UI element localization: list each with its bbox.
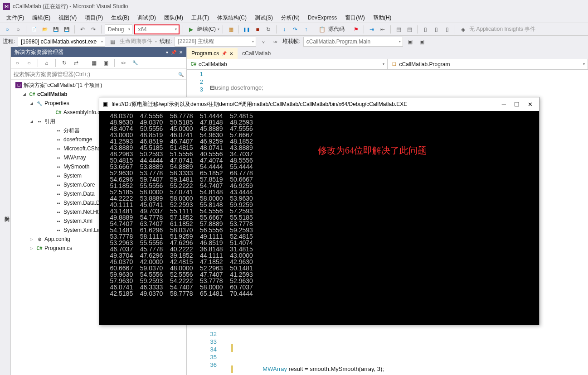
explorer-header: 解决方案资源管理器 ▾ 📌 ✕	[11, 47, 186, 57]
menu-arch[interactable]: 体系结构(C)	[214, 13, 250, 23]
menu-edit[interactable]: 编辑(E)	[29, 13, 54, 23]
close-icon[interactable]: ✕	[229, 51, 233, 56]
nav-back-icon[interactable]	[3, 25, 12, 34]
lifecycle-label[interactable]: 生命周期事件	[120, 38, 152, 45]
lifecycle-icon[interactable]: ▦	[108, 37, 117, 46]
insights-label[interactable]: 无 Application Insights 事件	[469, 25, 535, 33]
pin-icon[interactable]: 📌	[222, 51, 227, 56]
pause-icon[interactable]	[242, 25, 251, 34]
undo-icon[interactable]	[78, 25, 87, 34]
collapse-icon[interactable]: ▣	[101, 58, 110, 67]
showall-icon[interactable]: ▦	[89, 58, 98, 67]
uncomment-icon[interactable]: ▤	[405, 25, 414, 34]
menu-build[interactable]: 生成(B)	[107, 13, 133, 23]
config-combo[interactable]: Debug	[105, 24, 132, 34]
console-text: 48.0370 47.5556 56.7778 51.4444 52.4815 …	[103, 113, 535, 297]
search-input[interactable]	[14, 71, 178, 77]
source-icon[interactable]: 📋	[317, 25, 326, 34]
restart-icon[interactable]	[264, 25, 273, 34]
thread-label: 线程:	[160, 38, 172, 45]
editor-tabs: Program.cs📌✕ cCallMatlab	[187, 47, 588, 59]
search-icon[interactable]	[178, 71, 184, 77]
console-title-text: file:///D:/原电脑迁移/wpf示例以及demos/往期demo/C#调…	[112, 101, 407, 108]
open-file-icon[interactable]	[40, 25, 49, 34]
class-combo[interactable]: cCallMatlab.Program	[388, 59, 588, 69]
menu-devexpress[interactable]: DevExpress	[304, 14, 341, 22]
bookmark-prev-icon[interactable]: ▯	[442, 25, 452, 34]
redo-icon[interactable]	[89, 25, 98, 34]
menu-project[interactable]: 项目(P)	[81, 13, 107, 23]
console-titlebar[interactable]: ▣ file:///D:/原电脑迁移/wpf示例以及demos/往期demo/C…	[99, 97, 539, 111]
process-label: 进程:	[3, 38, 15, 45]
fwd-icon[interactable]	[24, 58, 34, 67]
menu-view[interactable]: 视图(V)	[55, 13, 80, 23]
menubar: 文件(F) 编辑(E) 视图(V) 项目(P) 生成(B) 调试(D) 团队(M…	[0, 13, 588, 23]
save-all-icon[interactable]	[62, 25, 71, 34]
main-toolbar: Debug x64 继续(C) ▾ ▦ ↷ ↑ 📋 源代码 ⇥ ⇤ ▤ ▤ ▯ …	[0, 23, 588, 35]
step-into-icon[interactable]	[280, 25, 289, 34]
step-over-icon[interactable]: ↷	[291, 25, 300, 34]
pin-icon[interactable]: 📌	[171, 50, 176, 55]
console-app-icon: ▣	[103, 101, 108, 107]
tab-programcs[interactable]: Program.cs📌✕	[187, 48, 238, 59]
annotation-text: 修改为64位即解决了此问题	[318, 144, 427, 157]
platform-combo[interactable]: x64	[134, 24, 180, 34]
project-combo[interactable]: C#cCallMatlab	[187, 59, 388, 69]
explorer-toolbar: ⇄ ▦ ▣	[11, 57, 186, 69]
console-window[interactable]: ▣ file:///D:/原电脑迁移/wpf示例以及demos/往期demo/C…	[99, 97, 539, 325]
menu-help[interactable]: 帮助(H)	[369, 13, 395, 23]
menu-debug[interactable]: 调试(D)	[134, 13, 160, 23]
window-title: cCallMatlab (正在运行) - Microsoft Visual St…	[13, 3, 128, 10]
menu-team[interactable]: 团队(M)	[160, 13, 187, 23]
back-icon[interactable]	[13, 58, 22, 67]
close-icon[interactable]: ✕	[528, 101, 533, 108]
menu-file[interactable]: 文件(F)	[3, 13, 28, 23]
debug-location-toolbar: 进程: [16980] cCallMatlab.vshost.exe ▦ 生命周…	[0, 35, 588, 47]
code-icon[interactable]	[119, 58, 128, 67]
browser-icon[interactable]: ▦	[226, 25, 235, 34]
nav-combos: C#cCallMatlab cCallMatlab.Program	[187, 59, 588, 70]
outdent-icon[interactable]: ⇤	[378, 25, 387, 34]
menu-test[interactable]: 测试(S)	[251, 13, 277, 23]
new-file-icon[interactable]	[29, 25, 39, 34]
source-label[interactable]: 源代码	[328, 25, 345, 33]
save-icon[interactable]	[51, 25, 60, 34]
menu-window[interactable]: 窗口(W)	[341, 13, 368, 23]
stack-action-icon[interactable]: ▣	[406, 37, 415, 46]
explorer-title: 解决方案资源管理器	[15, 48, 63, 56]
step-out-icon[interactable]: ↑	[301, 25, 311, 34]
console-output[interactable]: 48.0370 47.5556 56.7778 51.4444 52.4815 …	[99, 111, 539, 325]
refresh-icon[interactable]	[60, 58, 69, 67]
menu-analyze[interactable]: 分析(N)	[277, 13, 303, 23]
bookmark-next-icon[interactable]: ▯	[432, 25, 441, 34]
code-editor-bottom[interactable]: 32 33 34 35 36 MWArray result = smooth.M…	[187, 330, 588, 375]
tab-ccallmatlab[interactable]: cCallMatlab	[238, 48, 275, 59]
tree-solution[interactable]: ❏解决方案"cCallMatlab"(1 个项目)	[11, 81, 186, 90]
menu-tools[interactable]: 工具(T)	[188, 13, 213, 23]
minimize-icon[interactable]: ─	[502, 101, 506, 108]
bookmark-toggle-icon[interactable]: ▯	[421, 25, 430, 34]
sync-icon[interactable]: ⇄	[72, 58, 81, 67]
continue-button[interactable]	[186, 25, 195, 34]
home-icon[interactable]	[42, 58, 51, 67]
nav-fwd-icon[interactable]	[14, 25, 23, 34]
process-combo[interactable]: [16980] cCallMatlab.vshost.exe	[18, 37, 105, 47]
continue-label[interactable]: 继续(C)	[197, 25, 216, 33]
side-tab-outline[interactable]: 文档大纲	[0, 47, 11, 375]
dropdown-icon[interactable]: ▾	[166, 50, 168, 55]
thread-combo[interactable]: [22228] 主线程	[175, 37, 256, 47]
stack-combo[interactable]: cCallMatlab.Program.Main	[303, 37, 403, 47]
explorer-search[interactable]	[11, 69, 186, 80]
bookmark-icon[interactable]	[351, 25, 360, 34]
properties-icon[interactable]	[131, 58, 140, 67]
maximize-icon[interactable]: ☐	[514, 101, 520, 108]
indent-icon[interactable]: ⇥	[367, 25, 376, 34]
stack-action2-icon[interactable]: ▣	[418, 37, 427, 46]
close-icon[interactable]: ✕	[179, 50, 183, 55]
thread-flag-icon[interactable]: ▿	[259, 37, 268, 46]
stop-icon[interactable]	[253, 25, 262, 34]
vs-icon: ⋈	[3, 3, 10, 10]
insights-icon[interactable]: ◈	[458, 25, 467, 34]
comment-icon[interactable]: ▤	[394, 25, 403, 34]
thread-filter-icon[interactable]: ∞	[271, 37, 280, 46]
